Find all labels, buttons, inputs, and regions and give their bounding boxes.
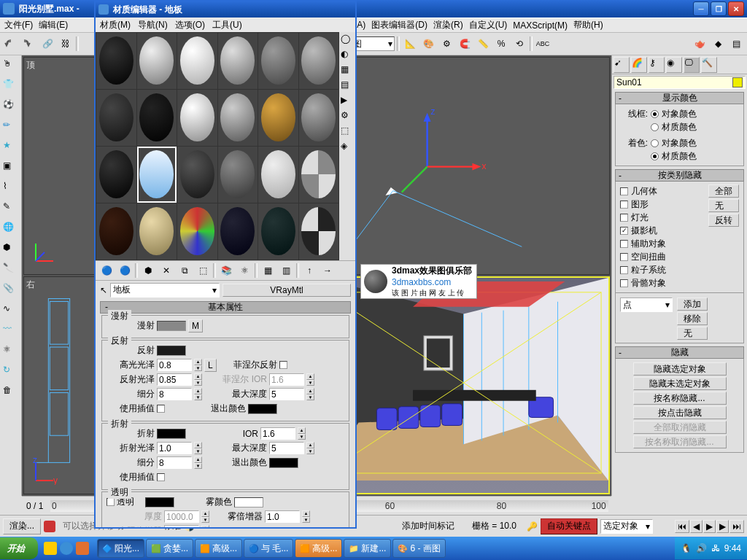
wrap-icon[interactable]: ↻ (3, 365, 19, 381)
mat-slot[interactable] (299, 90, 339, 146)
ql-app-icon[interactable] (76, 542, 89, 555)
link-icon[interactable]: 🔗 (39, 36, 55, 52)
reflect-swatch[interactable] (157, 346, 186, 356)
play-icon[interactable]: ▶ (703, 520, 716, 533)
diffuse-map-button[interactable]: M (188, 319, 203, 332)
l-button[interactable]: L (204, 359, 217, 372)
basic-params-head[interactable]: -基本属性 (100, 301, 351, 314)
hide-bone-chk[interactable] (620, 279, 628, 287)
mat-slot[interactable] (177, 33, 217, 89)
trash-icon[interactable]: 🗑 (3, 385, 19, 401)
go-sib-icon[interactable]: → (320, 262, 336, 279)
layers-icon[interactable]: ▤ (728, 36, 744, 52)
menu-maxscript[interactable]: MAXScript(M) (513, 20, 568, 31)
refract-swatch[interactable] (157, 429, 186, 439)
object-name-field[interactable]: Sun01 (614, 76, 746, 89)
create-tab-icon[interactable]: ➹ (614, 57, 630, 73)
hide-geom-chk[interactable] (620, 187, 628, 195)
refr-depth-spinner[interactable]: 5 (269, 442, 304, 454)
tray-clock[interactable]: 9:44 (724, 543, 741, 553)
mat-slot[interactable] (258, 33, 298, 89)
goto-end-icon[interactable]: ⏭ (729, 520, 744, 533)
mat-slot[interactable] (137, 33, 177, 89)
hide-unsel-button[interactable]: 隐藏未选定对象 (633, 377, 727, 390)
task-item[interactable]: 🟧高级... (195, 539, 242, 558)
pick-icon[interactable]: ↖ (100, 285, 107, 295)
task-item[interactable]: 🎨6 - 画图 (392, 539, 445, 558)
show-end-icon[interactable]: ▥ (278, 262, 294, 279)
tool-a-icon[interactable]: 📐 (402, 36, 418, 52)
select-icon[interactable]: ⬚ (341, 125, 354, 139)
percent-icon[interactable]: % (493, 36, 509, 52)
hide-click-button[interactable]: 按点击隐藏 (633, 406, 727, 419)
mat-slot[interactable] (96, 33, 136, 89)
close-button[interactable]: ✕ (728, 1, 744, 16)
teapot-icon[interactable]: 🫖 (692, 36, 708, 52)
task-item[interactable]: 📁新建... (344, 539, 391, 558)
ball-icon[interactable]: ⚽ (3, 99, 19, 115)
tray-qq-icon[interactable]: 🐧 (681, 543, 692, 553)
trans-swatch[interactable] (145, 497, 174, 508)
mat-slot[interactable] (258, 203, 298, 260)
mat-slot[interactable] (96, 203, 136, 260)
ref-exit-swatch[interactable] (248, 404, 277, 414)
copy-icon[interactable]: ⧉ (177, 262, 193, 279)
render-btn[interactable]: 渲染... (3, 518, 41, 534)
mat-menu-tool[interactable]: 工具(U) (212, 19, 242, 31)
viewport-persp-top[interactable]: z x (317, 57, 610, 275)
mat-slot[interactable] (177, 90, 217, 146)
viewport-camera[interactable] (317, 276, 610, 494)
autokey-button[interactable]: 自动关键点 (541, 518, 597, 534)
mat-slot[interactable] (137, 90, 177, 146)
mat-slot[interactable] (177, 147, 217, 203)
ql-ie-icon[interactable] (44, 542, 57, 555)
hide-sel-button[interactable]: 隐藏选定对象 (633, 362, 727, 376)
modify-tab-icon[interactable]: 🌈 (631, 57, 647, 73)
mat-slot-selected[interactable] (137, 147, 177, 203)
all-button[interactable]: 全部 (708, 184, 739, 198)
mat-slot[interactable] (218, 147, 258, 203)
refr-sub-spinner[interactable]: 8 (157, 456, 192, 469)
hierarchy-tab-icon[interactable]: ⚷ (649, 57, 665, 73)
ref-gloss-spinner[interactable]: 0.85 (157, 373, 192, 386)
remove-button[interactable]: 移除 (677, 312, 708, 325)
menu-custom[interactable]: 自定义(U) (469, 19, 508, 31)
menu-edit[interactable]: 编辑(E) (39, 19, 68, 31)
backlight-icon[interactable]: ◐ (341, 49, 354, 62)
nav-icon[interactable]: ◈ (341, 141, 354, 154)
hide-light-chk[interactable] (620, 214, 628, 222)
shade-obj-radio[interactable] (651, 139, 659, 147)
cyl-icon[interactable]: ⬢ (3, 242, 19, 258)
none-button[interactable]: 无 (708, 199, 739, 212)
hide-shape-chk[interactable] (620, 201, 628, 209)
task-item[interactable]: 🟧高级... (295, 539, 342, 558)
globe-icon[interactable]: 🌐 (3, 222, 19, 238)
next-icon[interactable]: ▶ (716, 520, 729, 533)
mat-slot[interactable] (299, 203, 339, 260)
refr-gloss-spinner[interactable]: 1.0 (157, 442, 192, 454)
shade-mat-radio[interactable] (651, 152, 659, 160)
task-item[interactable]: 🔵与 毛... (244, 539, 293, 558)
point-combo[interactable]: 点▾ (620, 298, 673, 312)
cursor-icon[interactable]: 🖱 (3, 58, 19, 74)
trans-chk[interactable] (107, 498, 115, 506)
put-mat-icon[interactable]: 🔵 (117, 262, 133, 279)
tool-c-icon[interactable]: ⚙ (438, 36, 454, 52)
hide-cam-chk[interactable]: ✓ (620, 227, 628, 235)
knot-icon[interactable]: ⚛ (3, 344, 19, 360)
undo-icon[interactable] (3, 36, 19, 52)
abc-icon[interactable]: ABC (535, 36, 551, 52)
curve-icon[interactable]: ∿ (3, 303, 19, 319)
mat-slot[interactable] (258, 90, 298, 146)
mat-slot[interactable] (258, 147, 298, 203)
none2-button[interactable]: 无 (677, 327, 708, 340)
ior-spinner[interactable]: 1.6 (260, 427, 295, 440)
ref-interp-chk[interactable] (157, 405, 165, 413)
motion-tab-icon[interactable]: ◉ (666, 57, 682, 73)
clip-icon[interactable]: 📎 (3, 283, 19, 299)
lock-icon[interactable]: 🔑 (527, 521, 538, 532)
mat-slot[interactable] (177, 203, 217, 260)
eff-icon[interactable]: ⚛ (236, 262, 252, 279)
tshirt-icon[interactable]: 👕 (3, 79, 19, 95)
get-mat-icon[interactable]: 🔵 (98, 262, 115, 279)
